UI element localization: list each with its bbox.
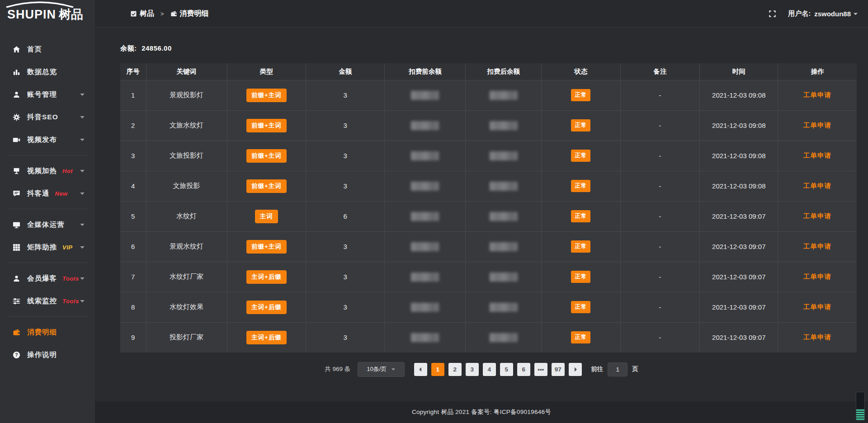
column-header: 备注 xyxy=(620,63,700,80)
cell-keyword: 景观水纹灯 xyxy=(146,231,227,262)
page-button-3[interactable]: 3 xyxy=(466,363,479,376)
cell-balance-before xyxy=(385,141,466,171)
work-order-link[interactable]: 工单申请 xyxy=(803,122,831,129)
work-order-link[interactable]: 工单申请 xyxy=(803,152,831,159)
floating-widget[interactable] xyxy=(856,392,865,421)
type-badge: 主词+后缀 xyxy=(246,331,287,344)
cell-index: 3 xyxy=(120,141,146,171)
breadcrumb-item-0[interactable]: 树品 xyxy=(130,9,154,19)
cell-remark: - xyxy=(620,201,700,231)
column-header: 扣费后余额 xyxy=(466,63,542,80)
sidebar-item-video-heat[interactable]: 视频加热Hot xyxy=(0,160,95,182)
work-order-link[interactable]: 工单申请 xyxy=(803,273,831,280)
cell-status: 正常 xyxy=(542,171,620,201)
sidebar-item-consume-detail[interactable]: 消费明细 xyxy=(0,321,95,343)
cell-balance-after xyxy=(466,141,542,171)
masked-balance xyxy=(411,273,439,282)
chevron-down-icon xyxy=(80,137,85,142)
work-order-link[interactable]: 工单申请 xyxy=(803,91,831,99)
status-badge: 正常 xyxy=(571,180,590,192)
cell-amount: 3 xyxy=(306,141,384,171)
sidebar-item-label: 全媒体运营 xyxy=(27,220,65,230)
balance-value: 24856.00 xyxy=(142,44,172,52)
cell-index: 7 xyxy=(120,262,146,292)
cell-balance-before xyxy=(385,110,466,141)
ellipsis-page-button[interactable]: ••• xyxy=(534,363,547,376)
cell-index: 9 xyxy=(120,322,146,352)
work-order-link[interactable]: 工单申请 xyxy=(803,212,831,220)
cell-remark: - xyxy=(620,231,700,262)
column-header: 金额 xyxy=(306,63,384,80)
work-order-link[interactable]: 工单申请 xyxy=(803,182,831,189)
sidebar-item-member-baoke[interactable]: 会员爆客Tools xyxy=(0,267,95,290)
column-header: 类型 xyxy=(227,63,306,80)
page-size-select[interactable]: 10条/页 xyxy=(358,362,405,377)
logo-text-en: SHUPIN xyxy=(7,8,56,21)
breadcrumb-item-1[interactable]: 消费明细 xyxy=(170,9,209,19)
breadcrumb-label: 消费明细 xyxy=(180,9,209,19)
page-button-4[interactable]: 4 xyxy=(483,363,496,376)
cell-keyword: 文旅投影灯 xyxy=(146,141,227,171)
goto-suffix: 页 xyxy=(632,365,638,373)
chevron-down-icon xyxy=(80,92,85,97)
cell-index: 4 xyxy=(120,171,146,201)
sidebar-item-home[interactable]: 首页 xyxy=(0,38,95,61)
cell-keyword: 水纹灯 xyxy=(146,201,227,231)
cell-balance-before xyxy=(385,292,466,322)
cell-type: 主词+后缀 xyxy=(227,322,306,352)
footer: Copyright 树品 2021 备案号: 粤ICP备09019646号 xyxy=(95,401,868,423)
cell-time: 2021-12-03 09:07 xyxy=(700,262,778,292)
sidebar-item-douyin-seo[interactable]: 抖音SEO xyxy=(0,106,95,128)
sidebar-item-video-publish[interactable]: 视频发布 xyxy=(0,128,95,151)
next-page-button[interactable] xyxy=(569,363,582,376)
sidebar-item-matrix-boost[interactable]: 矩阵助推VIP xyxy=(0,236,95,258)
chevron-down-icon xyxy=(80,168,85,174)
page-button-6[interactable]: 6 xyxy=(517,363,530,376)
cell-status: 正常 xyxy=(542,231,620,262)
user-menu[interactable]: 用户名: zswodun88 xyxy=(788,9,858,18)
cell-time: 2021-12-03 09:07 xyxy=(700,231,778,262)
sidebar-item-instructions[interactable]: ?操作说明 xyxy=(0,343,95,366)
work-order-link[interactable]: 工单申请 xyxy=(803,303,831,310)
fullscreen-icon[interactable] xyxy=(769,10,776,18)
cell-remark: - xyxy=(620,292,700,322)
cell-keyword: 水纹灯效果 xyxy=(146,292,227,322)
sidebar-item-douketong[interactable]: 抖客通New xyxy=(0,182,95,205)
arrow-left-icon xyxy=(418,367,423,372)
page-button-1[interactable]: 1 xyxy=(431,363,444,376)
cell-action: 工单申请 xyxy=(778,141,857,171)
type-badge: 前缀+主词 xyxy=(246,149,287,163)
cell-balance-after xyxy=(466,231,542,262)
sidebar-item-data-overview[interactable]: 数据总览 xyxy=(0,61,95,83)
cell-type: 主词 xyxy=(227,201,306,231)
main-content: 余额: 24856.00 序号关键词类型金额扣费前余额扣费后余额状态备注时间操作… xyxy=(95,28,868,423)
work-order-link[interactable]: 工单申请 xyxy=(803,334,831,341)
sidebar-item-label: 视频发布 xyxy=(27,135,57,145)
goto-page-input[interactable] xyxy=(608,362,627,376)
cell-remark: - xyxy=(620,141,700,171)
table-row: 6景观水纹灯前缀+主词3正常-2021-12-03 09:07工单申请 xyxy=(120,231,857,262)
cell-type: 前缀+主词 xyxy=(227,141,306,171)
cell-balance-after xyxy=(466,110,542,141)
work-order-link[interactable]: 工单申请 xyxy=(803,243,831,250)
cell-keyword: 文旅水纹灯 xyxy=(146,110,227,141)
sidebar-divider xyxy=(7,316,88,317)
sidebar-item-clue-monitor[interactable]: 线索监控Tools xyxy=(0,290,95,312)
cell-status: 正常 xyxy=(542,201,620,231)
sidebar-item-account-manage[interactable]: 账号管理 xyxy=(0,83,95,106)
breadcrumb: 树品>消费明细 xyxy=(130,9,209,19)
page-button-97[interactable]: 97 xyxy=(552,363,565,376)
page-buttons: 123456•••97 xyxy=(412,363,584,376)
prev-page-button[interactable] xyxy=(414,363,427,376)
masked-balance xyxy=(411,303,439,312)
page-button-2[interactable]: 2 xyxy=(448,363,462,376)
cell-amount: 6 xyxy=(306,201,384,231)
page-button-5[interactable]: 5 xyxy=(500,363,513,376)
cell-action: 工单申请 xyxy=(778,262,857,292)
sidebar-item-tag: VIP xyxy=(62,244,72,251)
cell-balance-before xyxy=(385,201,466,231)
cell-balance-after xyxy=(466,292,542,322)
sidebar-item-media-ops[interactable]: 全媒体运营 xyxy=(0,213,95,236)
pagination: 共 969 条 10条/页 123456•••97 前往 页 xyxy=(95,362,868,377)
cell-action: 工单申请 xyxy=(778,171,857,201)
